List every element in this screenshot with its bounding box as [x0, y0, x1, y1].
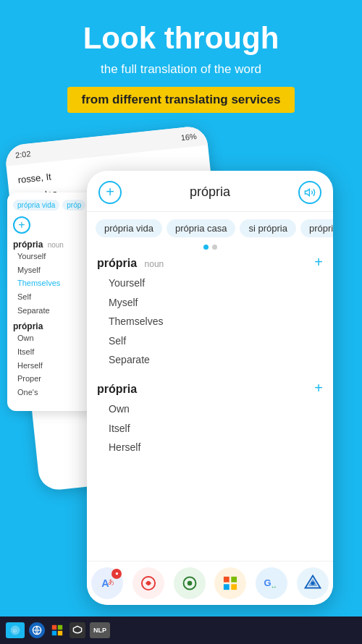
svg-rect-22 — [58, 631, 62, 635]
svg-text:あ: あ — [109, 578, 115, 585]
taskbar-icon-shield[interactable] — [70, 622, 85, 638]
left-tab-2[interactable]: próp — [62, 200, 85, 211]
nav-icon-c[interactable] — [174, 567, 206, 599]
svg-rect-20 — [58, 625, 62, 630]
highlight-bar: from different translating services — [67, 87, 295, 113]
phone-area: 2:02 16% rosse, It salgadas. – Por que v… — [0, 135, 362, 590]
left-item-themselves: Themselves — [13, 276, 96, 290]
bg-time: 2:02 — [14, 149, 31, 159]
taskbar-icon-windows[interactable] — [49, 622, 65, 638]
bottom-nav: A あ ● — [87, 561, 333, 605]
dict-section-1: própria noun + Yourself Myself Themselve… — [97, 254, 323, 370]
nav-icon-b[interactable] — [132, 567, 164, 599]
tab-si-propria[interactable]: si própria — [240, 219, 295, 237]
left-word-1: própria — [13, 240, 43, 250]
svg-rect-6 — [224, 577, 230, 582]
main-title: Look through — [14, 22, 348, 55]
svg-rect-19 — [52, 625, 56, 630]
dot-1 — [203, 245, 209, 250]
globe-icon — [32, 625, 42, 635]
svg-point-5 — [187, 581, 192, 586]
left-item-yourself: Yourself — [13, 250, 96, 263]
tab-propria-casa[interactable]: própria casa — [167, 219, 236, 237]
left-tabs: própria vida próp — [13, 200, 96, 211]
svg-marker-0 — [305, 189, 309, 195]
left-item-own: Own — [13, 331, 96, 345]
left-item-ones: One's — [13, 386, 96, 399]
main-header: + própria — [87, 171, 333, 212]
nav-icon-a[interactable]: A あ ● — [91, 567, 123, 599]
dict-section-1-header: própria noun + — [97, 254, 323, 271]
dict-items-1: Yourself Myself Themselves Self Separate — [97, 274, 323, 370]
top-section: Look through the full translation of the… — [0, 0, 362, 127]
nav-icon-google-translate[interactable]: G ↔ — [256, 567, 287, 599]
main-word-title: própria — [122, 185, 298, 200]
svg-rect-8 — [224, 584, 230, 590]
left-item-myself: Myself — [13, 263, 96, 277]
dict-item-yourself: Yourself — [109, 274, 323, 293]
main-add-button[interactable]: + — [98, 181, 122, 204]
svg-rect-7 — [232, 577, 237, 582]
left-tab-1[interactable]: própria vida — [13, 200, 59, 211]
tab-propria-c[interactable]: própria c — [300, 219, 333, 237]
dict-item-themselves: Themselves — [109, 312, 323, 331]
dict-item-myself: Myself — [109, 293, 323, 313]
tab-chips-row: própria vida própria casa si própria pró… — [87, 212, 333, 245]
left-item-self: Self — [13, 290, 96, 304]
nav-icon-windows[interactable] — [214, 567, 246, 599]
dot-2 — [212, 245, 217, 250]
dict-item-herself: Herself — [109, 438, 323, 457]
sound-icon — [304, 187, 316, 198]
dict-items-2: Own Itself Herself — [97, 399, 323, 457]
dict-content: própria noun + Yourself Myself Themselve… — [87, 254, 333, 561]
dict-word-2: própria — [97, 383, 137, 395]
taskbar-start-svg: ☺ — [9, 624, 21, 636]
dict-section-1-title: própria noun — [97, 257, 164, 270]
left-section-1: própria noun Yourself Myself Themselves … — [13, 240, 96, 317]
translate-c-svg — [180, 574, 199, 593]
dict-section-2-title: própria — [97, 383, 137, 396]
taskbar-icon-1[interactable]: ☺ — [6, 622, 25, 638]
left-section-2: própria Own Itself Herself Proper One's — [13, 321, 96, 399]
dict-section-2-header: própria + — [97, 380, 323, 397]
svg-rect-21 — [52, 631, 56, 635]
svg-text:↔: ↔ — [271, 583, 277, 590]
taskbar-windows-icon — [51, 624, 63, 636]
dict-item-itself: Itself — [109, 419, 323, 438]
taskbar-icon-globe[interactable] — [29, 622, 45, 638]
taskbar-icon-nlp[interactable]: NLP — [90, 622, 110, 638]
left-item-proper: Proper — [13, 372, 96, 386]
left-item-itself: Itself — [13, 345, 96, 359]
dict-type-1: noun — [145, 259, 164, 269]
dot-indicators — [87, 245, 333, 250]
main-sound-button[interactable] — [298, 181, 321, 204]
shield-icon — [72, 625, 83, 635]
svg-point-14 — [311, 581, 314, 585]
dict-item-self: Self — [109, 331, 323, 351]
dict-plus-1[interactable]: + — [314, 254, 323, 271]
badge-a: ● — [111, 569, 122, 579]
dict-section-2: própria + Own Itself Herself — [97, 380, 323, 457]
svg-text:☺: ☺ — [12, 627, 17, 634]
dict-item-separate: Separate — [109, 350, 323, 370]
dict-plus-2[interactable]: + — [314, 380, 323, 397]
subtitle: the full translation of the word — [14, 61, 348, 78]
left-add-btn[interactable]: + — [13, 216, 30, 234]
google-translate-svg: G ↔ — [262, 574, 281, 593]
tab-propria-vida[interactable]: própria vida — [96, 219, 162, 237]
translate-b-svg — [139, 574, 158, 593]
bg-battery: 16% — [180, 132, 197, 142]
sourcetree-svg — [303, 574, 322, 593]
left-word-2: própria — [13, 321, 43, 331]
main-phone: + própria própria vida própria casa si p… — [87, 171, 333, 605]
dict-item-own: Own — [109, 399, 323, 419]
left-item-herself: Herself — [13, 359, 96, 373]
left-item-separate: Separate — [13, 304, 96, 318]
svg-rect-9 — [232, 584, 237, 590]
windows-svg — [221, 574, 240, 593]
nav-icon-sourcetree[interactable] — [297, 567, 329, 599]
left-type-1: noun — [48, 241, 64, 249]
taskbar: ☺ NLP — [0, 617, 362, 644]
dict-word-1: própria — [97, 257, 137, 269]
